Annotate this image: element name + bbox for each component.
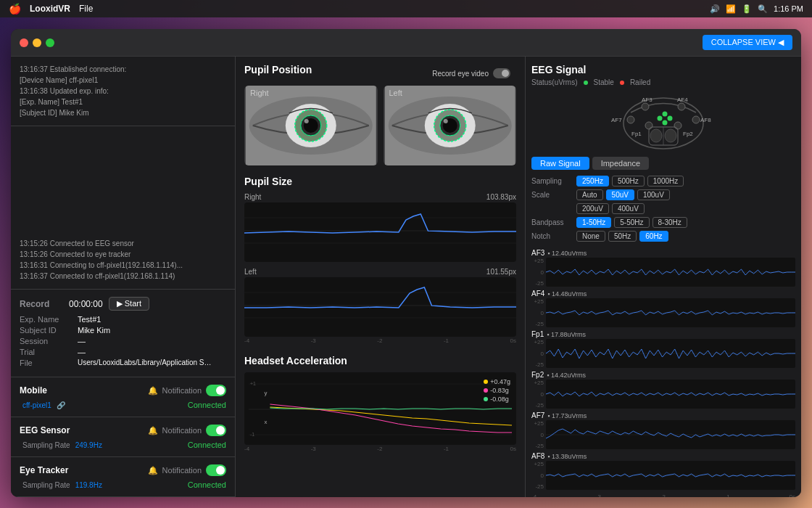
eeg-status-label: Status(uVrms) bbox=[531, 78, 578, 86]
mobile-toggle[interactable] bbox=[206, 385, 226, 396]
start-button[interactable]: ▶ Start bbox=[109, 297, 149, 311]
rec-video-row: Record eye video bbox=[432, 68, 510, 78]
rec-video-label: Record eye video bbox=[432, 70, 489, 78]
trial-row: Trial — bbox=[20, 348, 226, 356]
scale-100uv[interactable]: 100uV bbox=[637, 189, 670, 200]
close-button[interactable] bbox=[20, 38, 28, 47]
bandpass-5-50[interactable]: 5-50Hz bbox=[614, 217, 649, 228]
legend-y: -0.83g bbox=[484, 387, 510, 394]
scale-auto[interactable]: Auto bbox=[576, 189, 603, 200]
eye-bell-icon: 🔔 bbox=[148, 466, 158, 475]
eeg-sensor-status: Connected bbox=[188, 441, 226, 449]
notch-60hz[interactable]: 60Hz bbox=[639, 231, 668, 242]
tab-raw-signal[interactable]: Raw Signal bbox=[531, 157, 589, 170]
right-eye-label: Right bbox=[250, 89, 269, 97]
file-menu[interactable]: File bbox=[79, 4, 93, 14]
bandpass-8-30[interactable]: 8-30Hz bbox=[652, 217, 687, 228]
record-label: Record bbox=[20, 299, 63, 309]
eeg-tabs: Raw Signal Impedance bbox=[531, 157, 795, 170]
app-name[interactable]: LooxidVR bbox=[30, 4, 70, 14]
af7-name: AF7 bbox=[531, 411, 544, 419]
left-eye-label: Left bbox=[389, 89, 402, 97]
legend-x: +0.47g bbox=[484, 378, 510, 385]
sampling-1000hz[interactable]: 1000Hz bbox=[647, 176, 684, 187]
middle-panel: Pupil Position Record eye video Right bbox=[236, 57, 526, 497]
eye-tracker-title: Eye Tracker bbox=[20, 465, 68, 475]
svg-point-47 bbox=[658, 116, 663, 121]
legend-z: -0.08g bbox=[484, 396, 510, 403]
trial-val: — bbox=[78, 348, 86, 356]
eeg-row-af7: AF7 ▪ 17.73uVrms +250-25 bbox=[531, 411, 795, 449]
pupil-left-row: Left 101.55px bbox=[244, 268, 516, 276]
log-section-1: 13:16:37 Established connection: [Device… bbox=[11, 57, 235, 126]
scale-50uv[interactable]: 50uV bbox=[606, 189, 634, 200]
eeg-row-af3: AF3 ▪ 12.40uVrms +25 0 -25 bbox=[531, 249, 795, 287]
notch-options: None 50Hz 60Hz bbox=[576, 231, 668, 242]
af3-minus: -25 bbox=[535, 280, 544, 287]
eeg-x-axis: -4-3-2-10s bbox=[531, 493, 795, 497]
z-dot bbox=[484, 397, 488, 401]
file-key: File bbox=[20, 359, 78, 367]
right-eye-container: Right bbox=[244, 86, 378, 165]
af3-name: AF3 bbox=[531, 249, 544, 257]
bandpass-row: Bandpass 1-50Hz 5-50Hz 8-30Hz bbox=[531, 217, 795, 228]
eeg-sensor-toggle[interactable] bbox=[206, 425, 226, 436]
exp-name-row: Exp. Name Test#1 bbox=[20, 315, 226, 324]
apple-icon[interactable]: 🍎 bbox=[9, 3, 21, 15]
pupil-right-val: 103.83px bbox=[486, 193, 516, 201]
notch-50hz[interactable]: 50Hz bbox=[608, 231, 637, 242]
accel-title: Headset Acceleration bbox=[244, 355, 516, 366]
pupil-right-chart bbox=[244, 202, 516, 262]
svg-text:AF3: AF3 bbox=[642, 97, 652, 103]
trial-key: Trial bbox=[20, 348, 78, 356]
sampling-options: 250Hz 500Hz 1000Hz bbox=[576, 176, 684, 187]
eeg-panel: EEG Signal Status(uVrms) Stable Railed bbox=[526, 57, 801, 497]
eye-tracker-status: Connected bbox=[188, 480, 226, 489]
search-icon[interactable]: 🔍 bbox=[758, 4, 768, 14]
svg-text:AF8: AF8 bbox=[700, 117, 711, 123]
pupil-left-chart bbox=[244, 277, 516, 337]
accel-chart: +1 -1 y x bbox=[244, 372, 516, 445]
eye-tracker-toggle[interactable] bbox=[206, 464, 226, 476]
rec-video-toggle[interactable] bbox=[493, 68, 510, 78]
bandpass-label: Bandpass bbox=[531, 218, 572, 226]
scale-row: Scale Auto 50uV 100uV bbox=[531, 189, 795, 200]
fp1-chart bbox=[546, 339, 795, 368]
eeg-sensor-notif-label: Notification bbox=[162, 426, 202, 435]
pupil-pos-header: Pupil Position Record eye video bbox=[244, 64, 516, 81]
eeg-bell-icon: 🔔 bbox=[148, 426, 158, 435]
eeg-channels: AF3 ▪ 12.40uVrms +25 0 -25 bbox=[531, 249, 795, 493]
title-bar: COLLAPSE VIEW ◀ bbox=[11, 29, 801, 57]
svg-point-15 bbox=[443, 119, 447, 123]
sampling-500hz[interactable]: 500Hz bbox=[612, 176, 645, 187]
subject-val: Mike Kim bbox=[78, 326, 110, 335]
collapse-view-button[interactable]: COLLAPSE VIEW ◀ bbox=[703, 35, 792, 50]
maximize-button[interactable] bbox=[46, 38, 54, 47]
tab-impedance[interactable]: Impedance bbox=[592, 157, 649, 170]
x-label: +0.47g bbox=[490, 378, 510, 385]
mobile-status: Connected bbox=[188, 401, 226, 409]
eye-tracker-section: Eye Tracker 🔔 Notification Sampling Rate… bbox=[11, 457, 235, 497]
wifi-icon: 📶 bbox=[726, 4, 736, 14]
svg-point-45 bbox=[674, 122, 682, 129]
eeg-sensor-header: EEG Sensor 🔔 Notification bbox=[20, 425, 226, 436]
scale-200uv[interactable]: 200uV bbox=[576, 203, 609, 214]
mobile-device-name: cff-pixel1 🔗 bbox=[20, 401, 65, 409]
bandpass-1-50[interactable]: 1-50Hz bbox=[576, 217, 611, 228]
accel-x-axis: -4-3-2-10s bbox=[244, 445, 516, 453]
scale-400uv[interactable]: 400uV bbox=[612, 203, 645, 214]
y-dot bbox=[484, 388, 488, 393]
clock: 1:16 PM bbox=[774, 4, 803, 13]
eeg-controls: Sampling 250Hz 500Hz 1000Hz Scale Auto 5… bbox=[531, 176, 795, 245]
svg-text:+1: +1 bbox=[250, 381, 256, 386]
log-line-1: 13:16:37 Established connection: bbox=[20, 64, 226, 75]
exp-name-val: Test#1 bbox=[78, 315, 101, 324]
notch-none[interactable]: None bbox=[576, 231, 605, 242]
sampling-label: Sampling bbox=[531, 177, 572, 185]
record-section: Record 00:00:00 ▶ Start Exp. Name Test#1… bbox=[11, 290, 235, 377]
sampling-250hz[interactable]: 250Hz bbox=[576, 176, 609, 187]
mobile-title: Mobile bbox=[20, 385, 47, 396]
left-eye-container: Left bbox=[384, 86, 517, 165]
svg-text:y: y bbox=[265, 390, 268, 396]
minimize-button[interactable] bbox=[33, 38, 41, 47]
